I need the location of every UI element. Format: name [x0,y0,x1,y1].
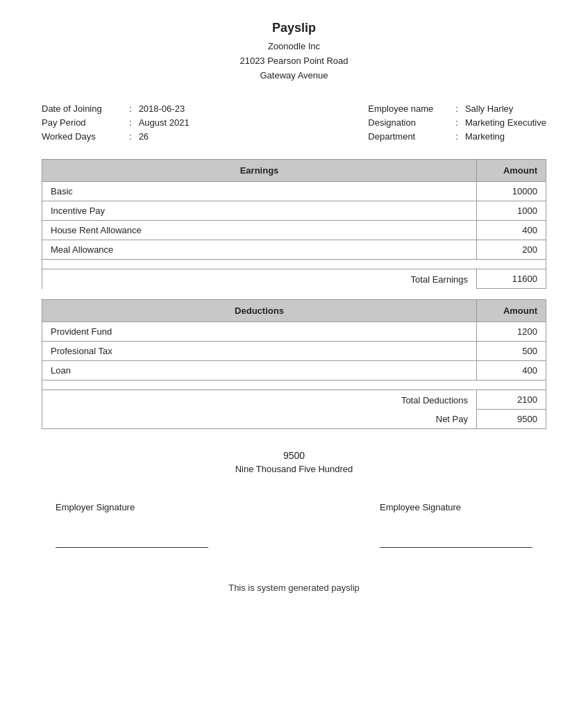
designation-colon: : [455,117,458,128]
address-line2: Gateway Avenue [42,69,546,83]
date-of-joining-label: Date of Joining [42,103,125,114]
company-name: Zoonodle Inc [42,40,546,54]
net-pay-row: Net Pay 9500 [42,410,546,429]
incentive-pay-amount: 1000 [477,201,546,221]
provident-fund-amount: 1200 [477,322,546,342]
spacer-row [42,380,546,390]
incentive-pay-label: Incentive Pay [42,201,477,221]
employee-info-section: Date of Joining : 2018-06-23 Pay Period … [42,103,546,142]
worked-days-row: Worked Days : 26 [42,131,190,142]
date-of-joining-colon: : [129,103,132,114]
footer-text: This is system generated payslip [42,583,546,593]
department-row: Department : Marketing [368,131,546,142]
total-deductions-value: 2100 [477,390,546,410]
payslip-title: Payslip [42,21,546,35]
department-colon: : [455,131,458,142]
loan-amount: 400 [477,361,546,380]
department-label: Department [368,131,451,142]
table-row: Loan 400 [42,361,546,380]
meal-allowance-label: Meal Allowance [42,240,477,260]
deductions-table: Deductions Amount Provident Fund 1200 Pr… [42,299,546,429]
employee-name-value: Sally Harley [465,103,513,114]
employee-sig-block: Employee Signature [380,502,532,548]
date-of-joining-value: 2018-06-23 [139,103,185,114]
total-earnings-label: Total Earnings [42,269,477,289]
earnings-table: Earnings Amount Basic 10000 Incentive Pa… [42,159,546,289]
pay-period-value: August 2021 [139,117,190,128]
table-row: Profesional Tax 500 [42,342,546,361]
total-deductions-label: Total Deductions [42,390,477,410]
provident-fund-label: Provident Fund [42,322,477,342]
basic-amount: 10000 [477,182,546,201]
pay-period-label: Pay Period [42,117,125,128]
table-row: Incentive Pay 1000 [42,201,546,221]
deductions-header: Deductions [42,300,477,322]
payslip-header: Payslip Zoonodle Inc 21023 Pearson Point… [42,21,546,83]
net-amount-number: 9500 [42,450,546,461]
employee-name-label: Employee name [368,103,451,114]
designation-label: Designation [368,117,451,128]
info-right-col: Employee name : Sally Harley Designation… [368,103,546,142]
employee-signature-line [380,547,532,548]
address-line1: 21023 Pearson Point Road [42,54,546,69]
department-value: Marketing [465,131,505,142]
table-row: House Rent Allowance 400 [42,221,546,240]
hra-amount: 400 [477,221,546,240]
total-deductions-row: Total Deductions 2100 [42,390,546,410]
worked-days-value: 26 [139,131,149,142]
footer: This is system generated payslip [42,583,546,593]
table-row: Provident Fund 1200 [42,322,546,342]
net-pay-value: 9500 [477,410,546,429]
net-amount-section: 9500 Nine Thousand Five Hundred [42,450,546,474]
employee-signature-label: Employee Signature [380,502,461,512]
professional-tax-amount: 500 [477,342,546,361]
spacer-row [42,260,546,269]
hra-label: House Rent Allowance [42,221,477,240]
total-earnings-value: 11600 [477,269,546,289]
employee-name-colon: : [455,103,458,114]
pay-period-colon: : [129,117,132,128]
table-row: Meal Allowance 200 [42,240,546,260]
earnings-amount-header: Amount [477,160,546,182]
pay-period-row: Pay Period : August 2021 [42,117,190,128]
employer-signature-line [56,547,208,548]
signature-section: Employer Signature Employee Signature [42,502,546,548]
table-row: Basic 10000 [42,182,546,201]
loan-label: Loan [42,361,477,380]
worked-days-colon: : [129,131,132,142]
net-pay-label: Net Pay [42,410,477,429]
basic-label: Basic [42,182,477,201]
employee-name-row: Employee name : Sally Harley [368,103,546,114]
earnings-header: Earnings [42,160,477,182]
worked-days-label: Worked Days [42,131,125,142]
date-of-joining-row: Date of Joining : 2018-06-23 [42,103,190,114]
meal-allowance-amount: 200 [477,240,546,260]
professional-tax-label: Profesional Tax [42,342,477,361]
employer-sig-block: Employer Signature [56,502,208,548]
designation-row: Designation : Marketing Executive [368,117,546,128]
designation-value: Marketing Executive [465,117,546,128]
employer-signature-label: Employer Signature [56,502,135,512]
info-left-col: Date of Joining : 2018-06-23 Pay Period … [42,103,190,142]
net-amount-words: Nine Thousand Five Hundred [42,464,546,474]
deductions-amount-header: Amount [477,300,546,322]
earnings-total-row: Total Earnings 11600 [42,269,546,289]
